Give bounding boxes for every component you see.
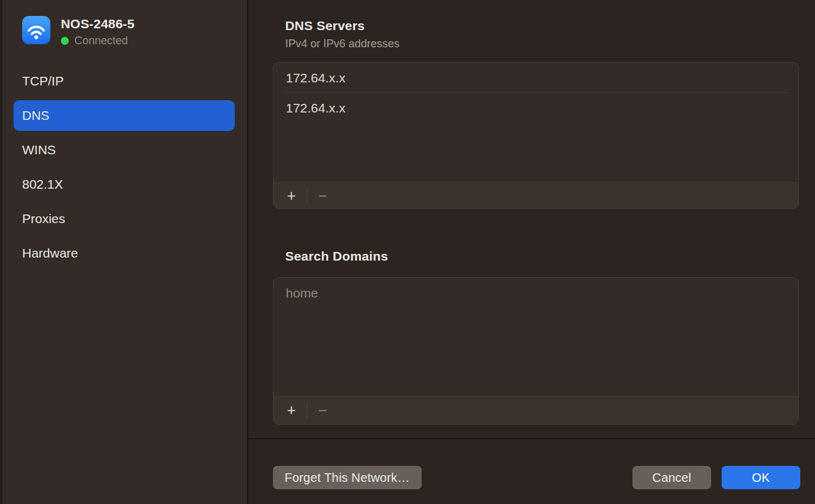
main-content: DNS Servers IPv4 or IPv6 addresses 172.6… [248, 0, 815, 425]
sidebar-item[interactable]: 802.1X [14, 169, 235, 200]
cancel-button[interactable]: Cancel [632, 466, 711, 489]
add-dns-server-button[interactable]: + [280, 183, 303, 208]
search-domain-value: home [286, 286, 318, 301]
search-domains-toolbar: + − [274, 396, 798, 424]
dns-server-row[interactable]: 172.64.x.x [274, 93, 798, 123]
search-domains-title: Search Domains [285, 249, 799, 264]
sidebar-item[interactable]: DNS [14, 100, 235, 131]
sidebar-item-label: Proxies [22, 211, 65, 226]
ok-button[interactable]: OK [722, 466, 800, 489]
dns-servers-toolbar: + − [274, 182, 798, 208]
sidebar-item-label: Hardware [22, 246, 78, 261]
dns-server-address: 172.64.x.x [286, 101, 345, 116]
sidebar-item-label: DNS [22, 108, 49, 123]
remove-search-domain-button[interactable]: − [311, 396, 334, 424]
network-name: NOS-2486-5 [61, 16, 135, 32]
search-domains-list: home [274, 278, 798, 396]
forget-network-button[interactable]: Forget This Network… [273, 466, 422, 489]
dns-servers-subtitle: IPv4 or IPv6 addresses [285, 37, 799, 50]
search-domains-listbox: home + − [273, 277, 799, 425]
toolbar-divider [307, 402, 307, 419]
sidebar-item[interactable]: WINS [14, 135, 235, 165]
dns-servers-listbox: 172.64.x.x 172.64.x.x + − [273, 62, 799, 209]
sidebar: NOS-2486-5 Connected TCP/IP DNS WINS [0, 0, 248, 504]
dns-servers-list: 172.64.x.x 172.64.x.x [274, 63, 798, 182]
sidebar-item[interactable]: Proxies [14, 203, 235, 234]
main-panel: DNS Servers IPv4 or IPv6 addresses 172.6… [248, 0, 815, 504]
network-info: NOS-2486-5 Connected [61, 16, 135, 47]
sidebar-item[interactable]: TCP/IP [14, 66, 235, 96]
wifi-icon [22, 16, 50, 44]
dns-server-address: 172.64.x.x [286, 71, 345, 85]
add-search-domain-button[interactable]: + [280, 396, 303, 424]
dns-server-row[interactable]: 172.64.x.x [274, 63, 798, 93]
dns-servers-title: DNS Servers [285, 18, 799, 33]
sidebar-nav: TCP/IP DNS WINS 802.1X Proxies [0, 66, 247, 269]
toolbar-divider [307, 187, 307, 204]
remove-dns-server-button[interactable]: − [311, 183, 334, 208]
search-domain-row[interactable]: home [274, 278, 798, 308]
sidebar-item-label: WINS [22, 143, 56, 157]
network-header: NOS-2486-5 Connected [0, 16, 247, 47]
network-status: Connected [61, 34, 135, 47]
connected-status-dot [61, 37, 69, 45]
sidebar-item-label: 802.1X [22, 177, 63, 192]
sidebar-item-label: TCP/IP [22, 74, 64, 89]
network-details-dialog: NOS-2486-5 Connected TCP/IP DNS WINS [0, 0, 815, 504]
dialog-footer: Forget This Network… Cancel OK [248, 438, 815, 504]
connection-status-label: Connected [74, 34, 128, 47]
sidebar-item[interactable]: Hardware [14, 238, 235, 269]
